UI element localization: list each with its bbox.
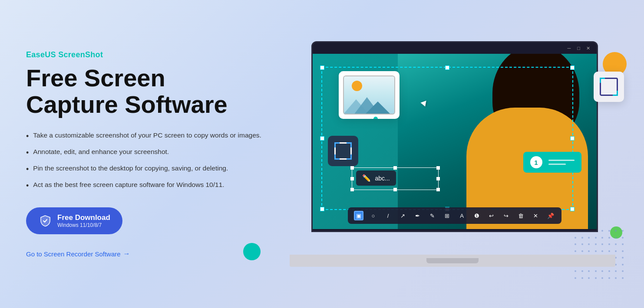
float-annotation: ✏️ abc... (356, 170, 396, 186)
callout-number: 1 (530, 156, 542, 168)
toolbar-redo-icon[interactable]: ↪ (502, 211, 511, 220)
feature-item-3: Pin the screenshot to the desktop for co… (26, 163, 278, 175)
screen-toolbar: ▣ ○ / ↗ ✒ ✎ ⊞ A ❶ ↩ ↪ 🗑 ✕ 📌 (348, 207, 561, 224)
toolbar-line-icon[interactable]: / (383, 211, 393, 220)
thumb-corner-dot-tl (339, 71, 341, 73)
capture-icon-inner (334, 142, 352, 160)
float-capture-icon (328, 136, 358, 166)
close-btn[interactable]: ✕ (585, 45, 591, 51)
person-area (398, 54, 597, 229)
btn-main-label: Free Download (57, 213, 110, 222)
feature-item-2: Annotate, edit, and enhance your screens… (26, 147, 278, 159)
recorder-link-text: Go to Screen Recorder Software (26, 250, 121, 258)
feature-item-4: Act as the best free screen capture soft… (26, 180, 278, 192)
toolbar-number-icon[interactable]: ❶ (472, 211, 482, 220)
laptop-screen: ─ □ ✕ (311, 41, 598, 232)
recorder-link-arrow: → (123, 250, 130, 258)
btn-text: Free Download Windows 11/10/8/7 (57, 213, 110, 228)
float-frame-icon (594, 72, 624, 102)
thumb-corner-dot-br (373, 117, 378, 119)
right-content: ─ □ ✕ (278, 17, 618, 291)
float-thumbnail (339, 71, 400, 119)
annotation-text: abc... (375, 175, 390, 182)
minimize-btn[interactable]: ─ (566, 45, 572, 51)
download-button[interactable]: Free Download Windows 11/10/8/7 (26, 207, 122, 234)
toolbar-pencil-icon[interactable]: ✎ (428, 211, 437, 220)
feature-item-1: Take a customizable screenshot of your P… (26, 130, 278, 142)
laptop-base (290, 255, 615, 267)
window-chrome: ─ □ ✕ (313, 43, 597, 54)
shield-icon (38, 214, 52, 228)
toolbar-text-icon[interactable]: A (457, 211, 467, 220)
brand-name: EaseUS ScreenShot (26, 50, 278, 59)
toolbar-mosaic-icon[interactable]: ⊞ (443, 211, 452, 220)
float-callout: 1 (523, 152, 581, 173)
maximize-btn[interactable]: □ (576, 45, 582, 51)
toolbar-undo-icon[interactable]: ↩ (487, 211, 496, 220)
toolbar-select-icon[interactable]: ▣ (354, 211, 363, 220)
laptop-notch (426, 258, 479, 263)
features-list: Take a customizable screenshot of your P… (26, 130, 278, 192)
main-title: Free Screen Capture Software (26, 65, 278, 118)
screen-content: ✏️ abc... 1 ▣ ○ (313, 54, 597, 229)
toolbar-circle-icon[interactable]: ○ (369, 211, 378, 220)
toolbar-pen-icon[interactable]: ✒ (413, 211, 423, 220)
page-wrapper: const grid = document.querySelector('.do… (0, 0, 644, 308)
callout-lines (548, 160, 575, 165)
recorder-link[interactable]: Go to Screen Recorder Software → (26, 250, 278, 258)
thumbnail-image (343, 75, 395, 115)
thumb-frame (343, 75, 395, 115)
toolbar-arrow-icon[interactable]: ↗ (398, 211, 408, 220)
toolbar-pin-icon[interactable]: 📌 (546, 211, 555, 220)
btn-sub-label: Windows 11/10/8/7 (57, 222, 102, 228)
toolbar-delete-icon[interactable]: 🗑 (516, 211, 526, 220)
left-content: EaseUS ScreenShot Free Screen Capture So… (26, 50, 278, 258)
annotation-pencil-icon: ✏️ (362, 174, 371, 182)
laptop-illustration: ─ □ ✕ (290, 41, 615, 267)
toolbar-close-icon[interactable]: ✕ (531, 211, 541, 220)
